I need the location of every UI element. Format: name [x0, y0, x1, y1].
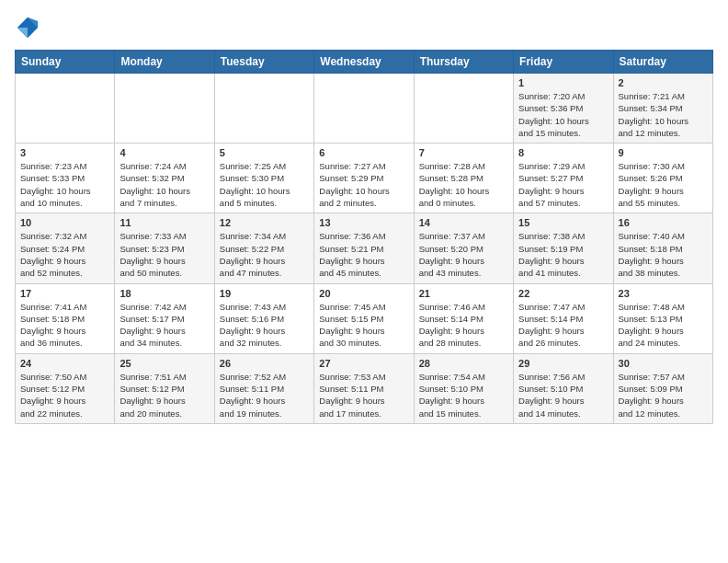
calendar-cell: 12Sunrise: 7:34 AM Sunset: 5:22 PM Dayli… [214, 213, 313, 283]
day-info: Sunrise: 7:54 AM Sunset: 5:10 PM Dayligh… [419, 371, 508, 419]
day-info: Sunrise: 7:32 AM Sunset: 5:24 PM Dayligh… [20, 230, 109, 279]
calendar-cell: 28Sunrise: 7:54 AM Sunset: 5:10 PM Dayli… [414, 353, 513, 423]
day-info: Sunrise: 7:23 AM Sunset: 5:33 PM Dayligh… [20, 160, 109, 209]
calendar-header-row: SundayMondayTuesdayWednesdayThursdayFrid… [16, 51, 713, 74]
calendar-cell: 21Sunrise: 7:46 AM Sunset: 5:14 PM Dayli… [414, 283, 513, 353]
day-info: Sunrise: 7:42 AM Sunset: 5:17 PM Dayligh… [119, 301, 209, 350]
day-number: 11 [119, 217, 209, 228]
calendar-cell: 14Sunrise: 7:37 AM Sunset: 5:20 PM Dayli… [414, 213, 513, 283]
day-info: Sunrise: 7:33 AM Sunset: 5:23 PM Dayligh… [119, 230, 209, 279]
day-info: Sunrise: 7:21 AM Sunset: 5:34 PM Dayligh… [619, 90, 708, 139]
day-info: Sunrise: 7:30 AM Sunset: 5:26 PM Dayligh… [619, 160, 708, 209]
day-number: 25 [119, 358, 209, 369]
day-info: Sunrise: 7:29 AM Sunset: 5:27 PM Dayligh… [518, 160, 608, 209]
calendar-cell: 24Sunrise: 7:50 AM Sunset: 5:12 PM Dayli… [16, 353, 115, 423]
calendar-cell: 3Sunrise: 7:23 AM Sunset: 5:33 PM Daylig… [16, 144, 115, 213]
calendar-cell: 29Sunrise: 7:56 AM Sunset: 5:10 PM Dayli… [514, 353, 613, 423]
day-number: 3 [20, 147, 109, 158]
day-info: Sunrise: 7:57 AM Sunset: 5:09 PM Dayligh… [619, 371, 708, 419]
day-info: Sunrise: 7:45 AM Sunset: 5:15 PM Dayligh… [319, 301, 408, 350]
calendar-cell [214, 74, 313, 144]
calendar-week-row: 24Sunrise: 7:50 AM Sunset: 5:12 PM Dayli… [16, 353, 713, 423]
calendar-week-row: 3Sunrise: 7:23 AM Sunset: 5:33 PM Daylig… [16, 144, 713, 213]
calendar-cell: 27Sunrise: 7:53 AM Sunset: 5:11 PM Dayli… [314, 353, 414, 423]
calendar-cell: 1Sunrise: 7:20 AM Sunset: 5:36 PM Daylig… [514, 74, 613, 144]
day-number: 14 [419, 217, 508, 228]
day-info: Sunrise: 7:51 AM Sunset: 5:12 PM Dayligh… [119, 371, 209, 419]
calendar-cell: 25Sunrise: 7:51 AM Sunset: 5:12 PM Dayli… [115, 353, 214, 423]
calendar-cell: 6Sunrise: 7:27 AM Sunset: 5:29 PM Daylig… [314, 144, 414, 213]
day-number: 26 [220, 358, 309, 369]
day-number: 13 [319, 217, 408, 228]
calendar-week-row: 10Sunrise: 7:32 AM Sunset: 5:24 PM Dayli… [16, 213, 713, 283]
day-number: 18 [119, 288, 209, 299]
day-number: 27 [319, 358, 408, 369]
day-number: 16 [619, 217, 708, 228]
day-info: Sunrise: 7:56 AM Sunset: 5:10 PM Dayligh… [518, 371, 608, 419]
calendar-cell: 19Sunrise: 7:43 AM Sunset: 5:16 PM Dayli… [214, 283, 313, 353]
day-number: 24 [20, 358, 109, 369]
day-info: Sunrise: 7:36 AM Sunset: 5:21 PM Dayligh… [319, 230, 408, 279]
day-info: Sunrise: 7:40 AM Sunset: 5:18 PM Dayligh… [619, 230, 708, 279]
calendar-cell: 18Sunrise: 7:42 AM Sunset: 5:17 PM Dayli… [115, 283, 214, 353]
day-number: 29 [518, 358, 608, 369]
day-info: Sunrise: 7:20 AM Sunset: 5:36 PM Dayligh… [518, 90, 608, 139]
day-number: 8 [518, 147, 608, 158]
day-header-friday: Friday [514, 51, 613, 74]
day-number: 30 [619, 358, 708, 369]
day-info: Sunrise: 7:46 AM Sunset: 5:14 PM Dayligh… [419, 301, 508, 350]
day-info: Sunrise: 7:27 AM Sunset: 5:29 PM Dayligh… [319, 160, 408, 209]
svg-marker-2 [17, 28, 28, 38]
calendar-cell: 4Sunrise: 7:24 AM Sunset: 5:32 PM Daylig… [115, 144, 214, 213]
day-number: 17 [20, 288, 109, 299]
calendar-cell: 16Sunrise: 7:40 AM Sunset: 5:18 PM Dayli… [613, 213, 712, 283]
day-number: 22 [518, 288, 608, 299]
calendar-cell: 15Sunrise: 7:38 AM Sunset: 5:19 PM Dayli… [514, 213, 613, 283]
day-info: Sunrise: 7:50 AM Sunset: 5:12 PM Dayligh… [20, 371, 109, 419]
day-info: Sunrise: 7:43 AM Sunset: 5:16 PM Dayligh… [220, 301, 309, 350]
day-info: Sunrise: 7:53 AM Sunset: 5:11 PM Dayligh… [319, 371, 408, 419]
day-number: 5 [220, 147, 309, 158]
day-number: 6 [319, 147, 408, 158]
calendar-cell: 8Sunrise: 7:29 AM Sunset: 5:27 PM Daylig… [514, 144, 613, 213]
day-number: 1 [518, 77, 608, 88]
calendar-cell: 26Sunrise: 7:52 AM Sunset: 5:11 PM Dayli… [214, 353, 313, 423]
day-number: 4 [119, 147, 209, 158]
calendar-cell: 2Sunrise: 7:21 AM Sunset: 5:34 PM Daylig… [613, 74, 712, 144]
day-header-thursday: Thursday [414, 51, 513, 74]
calendar-cell: 11Sunrise: 7:33 AM Sunset: 5:23 PM Dayli… [115, 213, 214, 283]
day-info: Sunrise: 7:34 AM Sunset: 5:22 PM Dayligh… [220, 230, 309, 279]
day-header-tuesday: Tuesday [214, 51, 313, 74]
calendar-cell: 10Sunrise: 7:32 AM Sunset: 5:24 PM Dayli… [16, 213, 115, 283]
calendar-table: SundayMondayTuesdayWednesdayThursdayFrid… [15, 50, 713, 424]
day-info: Sunrise: 7:24 AM Sunset: 5:32 PM Dayligh… [119, 160, 209, 209]
calendar-cell: 13Sunrise: 7:36 AM Sunset: 5:21 PM Dayli… [314, 213, 414, 283]
page: SundayMondayTuesdayWednesdayThursdayFrid… [0, 0, 728, 433]
logo-icon [15, 15, 40, 40]
day-info: Sunrise: 7:38 AM Sunset: 5:19 PM Dayligh… [518, 230, 608, 279]
calendar-cell: 22Sunrise: 7:47 AM Sunset: 5:14 PM Dayli… [514, 283, 613, 353]
day-number: 19 [220, 288, 309, 299]
day-header-monday: Monday [115, 51, 214, 74]
day-info: Sunrise: 7:48 AM Sunset: 5:13 PM Dayligh… [619, 301, 708, 350]
day-number: 10 [20, 217, 109, 228]
calendar-cell: 17Sunrise: 7:41 AM Sunset: 5:18 PM Dayli… [16, 283, 115, 353]
calendar-cell: 30Sunrise: 7:57 AM Sunset: 5:09 PM Dayli… [613, 353, 712, 423]
calendar-cell: 5Sunrise: 7:25 AM Sunset: 5:30 PM Daylig… [214, 144, 313, 213]
day-number: 20 [319, 288, 408, 299]
calendar-cell [16, 74, 115, 144]
day-info: Sunrise: 7:28 AM Sunset: 5:28 PM Dayligh… [419, 160, 508, 209]
calendar-cell: 9Sunrise: 7:30 AM Sunset: 5:26 PM Daylig… [613, 144, 712, 213]
day-header-wednesday: Wednesday [314, 51, 414, 74]
logo [15, 15, 44, 40]
day-header-sunday: Sunday [16, 51, 115, 74]
calendar-week-row: 1Sunrise: 7:20 AM Sunset: 5:36 PM Daylig… [16, 74, 713, 144]
day-info: Sunrise: 7:37 AM Sunset: 5:20 PM Dayligh… [419, 230, 508, 279]
calendar-cell [115, 74, 214, 144]
day-info: Sunrise: 7:52 AM Sunset: 5:11 PM Dayligh… [220, 371, 309, 419]
header [15, 15, 713, 40]
day-number: 28 [419, 358, 508, 369]
day-number: 15 [518, 217, 608, 228]
day-number: 2 [619, 77, 708, 88]
calendar-cell: 20Sunrise: 7:45 AM Sunset: 5:15 PM Dayli… [314, 283, 414, 353]
